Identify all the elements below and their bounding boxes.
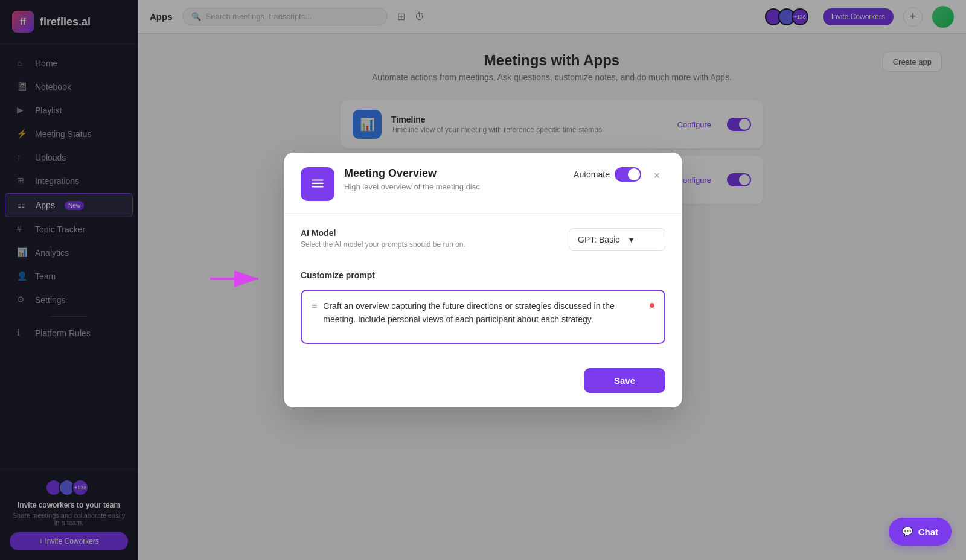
modal-close-button[interactable]: × <box>648 167 665 184</box>
automate-toggle[interactable] <box>615 167 641 182</box>
save-button[interactable]: Save <box>584 368 665 393</box>
chat-bubble-label: Chat <box>918 527 938 537</box>
modal-footer: Save <box>284 358 682 407</box>
ai-model-text: AI Model Select the AI model your prompt… <box>301 228 557 256</box>
modal: Meeting Overview High level overview of … <box>284 153 682 407</box>
modal-subtitle: High level overview of the meeting disc <box>344 182 574 191</box>
prompt-section: Customize prompt ≡ Craft an overview cap… <box>301 270 665 344</box>
svg-rect-3 <box>312 183 324 184</box>
prompt-box[interactable]: ≡ Craft an overview capturing the future… <box>301 290 665 344</box>
arrow-icon <box>210 267 264 291</box>
modal-header: Meeting Overview High level overview of … <box>284 153 682 214</box>
chevron-down-icon: ▾ <box>629 235 633 244</box>
ai-model-label: AI Model <box>301 228 557 238</box>
modal-automate-area: Automate <box>574 167 641 182</box>
chat-bubble-icon: 💬 <box>902 526 913 537</box>
prompt-label: Customize prompt <box>301 270 665 280</box>
prompt-dot-indicator <box>650 303 654 308</box>
ai-model-desc: Select the AI model your prompts should … <box>301 240 557 249</box>
arrow-container <box>210 267 264 293</box>
model-select-dropdown[interactable]: GPT: Basic ▾ <box>569 228 665 251</box>
modal-title-area: Meeting Overview High level overview of … <box>344 167 574 191</box>
ai-model-section: AI Model Select the AI model your prompt… <box>301 228 665 256</box>
svg-rect-2 <box>312 179 324 180</box>
svg-rect-4 <box>312 186 324 187</box>
modal-overlay: Meeting Overview High level overview of … <box>0 0 966 560</box>
modal-body: AI Model Select the AI model your prompt… <box>284 214 682 358</box>
model-select-value: GPT: Basic <box>578 235 619 244</box>
chat-bubble[interactable]: 💬 Chat <box>889 518 952 546</box>
modal-app-icon <box>301 167 334 201</box>
prompt-text-after: views of each participant about each str… <box>420 314 593 324</box>
prompt-text-underline: personal <box>388 314 420 324</box>
automate-label: Automate <box>574 170 610 179</box>
lines-icon <box>310 176 325 192</box>
prompt-text-content: Craft an overview capturing the future d… <box>323 299 644 326</box>
modal-title: Meeting Overview <box>344 167 574 180</box>
prompt-lines-icon: ≡ <box>312 301 317 311</box>
